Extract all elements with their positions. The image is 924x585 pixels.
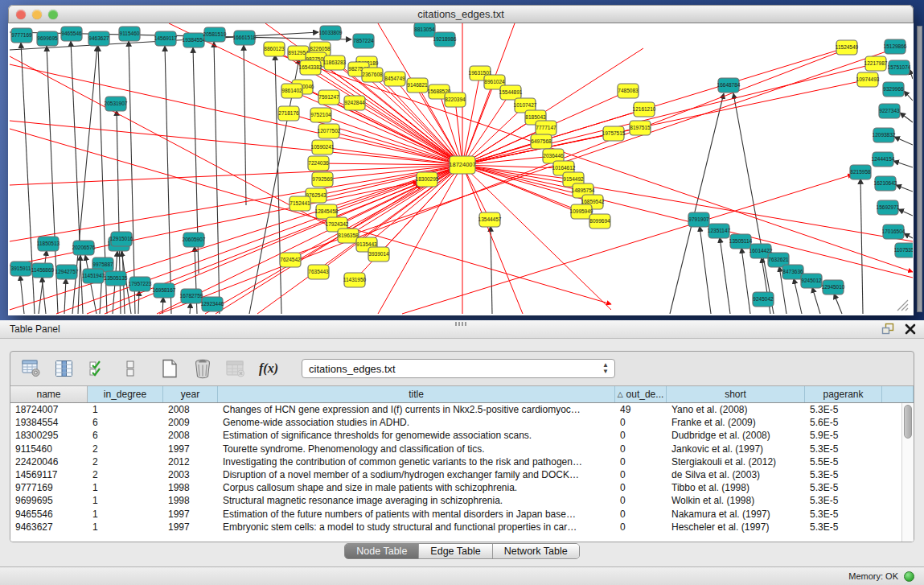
- graph-node[interactable]: 8220394: [445, 93, 466, 107]
- table-scrollbar-thumb[interactable]: [904, 405, 912, 439]
- graph-node[interactable]: 7152441: [290, 196, 310, 211]
- graph-node[interactable]: 7624542: [280, 253, 301, 267]
- graph-node[interactable]: 20206576: [72, 241, 96, 255]
- graph-node[interactable]: 7485083: [618, 84, 639, 98]
- graph-node[interactable]: 17957223: [129, 277, 152, 291]
- graph-node[interactable]: 9463627: [88, 31, 109, 46]
- create-table-icon[interactable]: [158, 357, 181, 380]
- graph-node[interactable]: 6497568: [531, 134, 552, 149]
- graph-node[interactable]: 8454749: [384, 72, 405, 86]
- graph-node[interactable]: 12945010: [822, 280, 845, 295]
- table-row[interactable]: 1830029562008Estimation of significance …: [10, 429, 901, 442]
- graph-node[interactable]: 19384554: [183, 33, 206, 47]
- delete-trash-icon[interactable]: [191, 357, 214, 380]
- graph-node[interactable]: 11431950: [343, 273, 367, 287]
- graph-node[interactable]: 13505135: [105, 271, 128, 286]
- graph-node[interactable]: 9242844: [344, 96, 365, 110]
- graph-node[interactable]: 9791907: [688, 212, 709, 227]
- splitter-grip[interactable]: [455, 322, 468, 326]
- close-button[interactable]: [16, 10, 26, 19]
- graph-node[interactable]: 12217987: [864, 56, 888, 71]
- table-row[interactable]: 1938455462009Genome-wide association stu…: [10, 416, 901, 429]
- graph-node[interactable]: 12942757: [55, 265, 79, 279]
- table-select-dropdown[interactable]: citations_edges.txt ▲▼: [302, 359, 615, 378]
- graph-node[interactable]: 16958167: [153, 283, 176, 298]
- graph-node[interactable]: 15751074: [888, 60, 911, 75]
- graph-node[interactable]: 12923446: [201, 297, 224, 311]
- table-row[interactable]: 946554611997Estimation of the future num…: [10, 508, 901, 521]
- graph-node[interactable]: 9245012: [801, 274, 822, 288]
- float-panel-icon[interactable]: [881, 322, 895, 336]
- column-header-name[interactable]: name: [10, 386, 88, 402]
- graph-node[interactable]: 11451947: [82, 269, 105, 283]
- close-panel-icon[interactable]: [905, 323, 916, 335]
- graph-node[interactable]: 15692971: [877, 200, 900, 215]
- network-canvas[interactable]: 9777169969969594655469463627911546014569…: [9, 23, 913, 315]
- table-row[interactable]: 911546021997Tourette syndrome. Phenomeno…: [10, 443, 901, 455]
- graph-node[interactable]: 7635443: [308, 265, 329, 279]
- table-row[interactable]: 2242004622012Investigating the contribut…: [10, 455, 901, 468]
- window-resize-grip[interactable]: [894, 297, 909, 311]
- table-row[interactable]: 1456911722003Disruption of a novel membe…: [10, 468, 901, 481]
- graph-node[interactable]: 20605907: [183, 233, 206, 247]
- graph-node[interactable]: 2367608: [362, 68, 383, 82]
- tab-edge-table[interactable]: Edge Table: [419, 544, 492, 558]
- row-panel-icon[interactable]: [119, 357, 142, 380]
- column-header-title[interactable]: title: [218, 386, 615, 402]
- graph-node[interactable]: 16033809: [319, 26, 343, 40]
- graph-node[interactable]: 20531907: [105, 97, 128, 111]
- graph-node[interactable]: 15129866: [884, 39, 907, 54]
- graph-node[interactable]: 3939014: [368, 247, 389, 262]
- graph-node[interactable]: 16543382: [299, 60, 322, 75]
- graph-node[interactable]: 7857224: [353, 34, 374, 48]
- graph-node[interactable]: 8099694: [589, 214, 610, 229]
- graph-node[interactable]: 7591247: [318, 90, 339, 105]
- graph-node[interactable]: 12161210: [633, 102, 656, 117]
- graph-node[interactable]: 3915911: [10, 262, 31, 276]
- graph-node[interactable]: 9861402: [281, 84, 302, 98]
- column-header-out_de[interactable]: △out_de...: [615, 386, 667, 402]
- graph-node[interactable]: 16648784: [717, 78, 741, 93]
- column-checklist-icon[interactable]: [86, 357, 109, 380]
- tab-node-table[interactable]: Node Table: [345, 544, 419, 558]
- graph-node[interactable]: 12444154: [872, 152, 895, 167]
- graph-node[interactable]: 12845458: [315, 204, 339, 219]
- table-scrollbar[interactable]: [901, 403, 914, 542]
- graph-node[interactable]: 7224036: [308, 156, 329, 171]
- graph-node[interactable]: 9465546: [61, 27, 82, 41]
- table-row[interactable]: 1872400712008Changes of HCN gene express…: [10, 403, 901, 416]
- graph-node[interactable]: 15544891: [499, 85, 523, 100]
- graph-node[interactable]: 11863283: [323, 56, 347, 70]
- table-row[interactable]: 969969511998Structural magnetic resonanc…: [10, 494, 901, 507]
- table-row[interactable]: 977716911998Corpus callosum shape and si…: [10, 481, 901, 494]
- graph-node[interactable]: 9329966: [883, 82, 904, 97]
- tab-network-table[interactable]: Network Table: [493, 544, 579, 558]
- graph-node[interactable]: 17016504: [882, 225, 906, 239]
- graph-node[interactable]: 16782759: [180, 289, 203, 303]
- graph-node[interactable]: 12093832: [873, 128, 896, 142]
- graph-node[interactable]: 19218986: [433, 32, 457, 47]
- graph-node[interactable]: 11524549: [836, 40, 859, 55]
- table-row[interactable]: 946362711997Embryonic stem cells: a mode…: [10, 521, 901, 534]
- graph-node[interactable]: 18300295: [416, 172, 439, 187]
- network-view-window[interactable]: citations_edges.txt 97771699699695946554…: [8, 5, 914, 315]
- table-panel-header[interactable]: Table Panel: [0, 320, 924, 339]
- delete-column-icon[interactable]: [224, 357, 247, 380]
- graph-node[interactable]: 9792569: [312, 172, 333, 187]
- graph-node[interactable]: 8196358: [338, 229, 359, 243]
- graph-node[interactable]: 8813054: [414, 23, 435, 37]
- graph-node[interactable]: 12351147: [708, 224, 731, 238]
- graph-node[interactable]: 8197515: [630, 121, 651, 135]
- graph-node[interactable]: 9146821: [407, 78, 428, 93]
- graph-node[interactable]: 8473636: [782, 265, 803, 279]
- graph-node[interactable]: 10974493: [856, 72, 880, 87]
- column-header-in_degree[interactable]: in_degree: [88, 386, 163, 402]
- graph-node[interactable]: 10590241: [311, 140, 335, 154]
- graph-node[interactable]: 13544457: [478, 212, 502, 227]
- graph-node[interactable]: 12077502: [318, 124, 341, 138]
- graph-node[interactable]: 8860123: [264, 42, 285, 56]
- table-settings-icon[interactable]: [20, 357, 43, 380]
- graph-node[interactable]: 9699695: [37, 31, 58, 46]
- graph-node[interactable]: 9777169: [11, 28, 32, 43]
- network-window-titlebar[interactable]: citations_edges.txt: [8, 5, 914, 23]
